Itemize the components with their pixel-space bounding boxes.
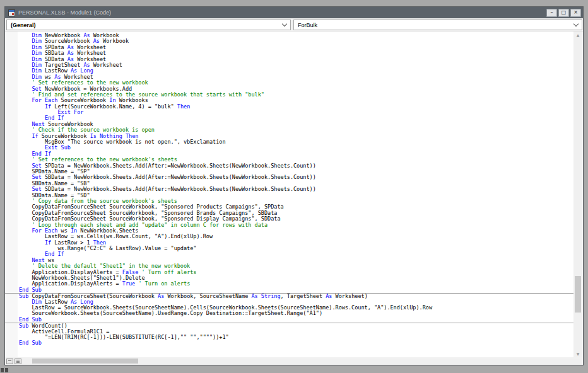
code-editor[interactable]: Dim NewWorkbook As Workbook Dim SourceWo… — [5, 32, 574, 358]
code-line: Application.DisplayAlerts = True ' Turn … — [5, 281, 574, 287]
chevron-down-icon — [573, 21, 579, 26]
chevron-down-icon — [282, 21, 287, 26]
view-buttons — [5, 359, 21, 364]
object-dropdown-value: (General) — [11, 22, 36, 28]
vertical-scrollbar[interactable]: ▲ ▼ — [573, 32, 582, 358]
window-title: PERSONAL.XLSB - Module1 (Code) — [18, 9, 546, 16]
procedure-dropdown[interactable]: ForBulk — [293, 20, 582, 30]
horizontal-scrollbar[interactable] — [23, 359, 581, 364]
scroll-up-icon[interactable]: ▲ — [573, 32, 582, 39]
code-line: ws.Range("C2:C" & LastRow).Value = "upda… — [5, 246, 574, 251]
code-line: End Sub — [5, 287, 574, 293]
bottom-bar — [5, 357, 583, 365]
mdi-background: { "window": { "title": "PERSONAL.XLSB - … — [0, 0, 588, 373]
code-lines: Dim NewWorkbook As Workbook Dim SourceWo… — [5, 33, 574, 347]
code-line: Set SPData = NewWorkbook.Sheets.Add(Afte… — [5, 163, 574, 169]
code-line: Exit For — [5, 110, 574, 115]
horizontal-scrollbar-thumb[interactable] — [32, 359, 138, 364]
titlebar[interactable]: PERSONAL.XLSB - Module1 (Code) – □ × — [5, 7, 583, 18]
code-line: "=LEN(TRIM(RC[-1]))-LEN(SUBSTITUTE(RC[-1… — [5, 335, 574, 340]
code-line: End If — [5, 251, 574, 257]
code-line: Exit Sub — [5, 145, 574, 151]
minimize-button[interactable]: – — [546, 9, 557, 17]
code-window: PERSONAL.XLSB - Module1 (Code) – □ × (Ge… — [4, 6, 584, 365]
object-dropdown[interactable]: (General) — [6, 20, 291, 30]
bottom-left-marks — [1, 368, 9, 372]
procedure-view-button[interactable] — [6, 359, 13, 364]
procedure-dropdown-value: ForBulk — [298, 22, 317, 28]
code-line: End Sub — [5, 340, 574, 346]
vertical-scrollbar-thumb[interactable] — [575, 276, 581, 313]
code-line: SourceWorkbook.Sheets(SourceSheetName).U… — [5, 311, 574, 316]
dropdown-bar: (General) ForBulk — [5, 18, 583, 32]
code-line: End Sub — [5, 317, 574, 323]
close-button[interactable]: × — [570, 9, 581, 17]
window-controls: – □ × — [546, 9, 581, 17]
code-line: MsgBox "The source workbook is not open.… — [5, 139, 574, 145]
maximize-button[interactable]: □ — [558, 9, 569, 17]
vba-window-icon — [8, 9, 15, 16]
code-line: Set SDData = NewWorkbook.Sheets.Add(Afte… — [5, 186, 574, 192]
code-line: If Left(SourceWorkbook.Name, 4) = "bulk"… — [5, 104, 574, 110]
code-line: Set SBData = NewWorkbook.Sheets.Add(Afte… — [5, 175, 574, 180]
full-module-view-button[interactable] — [15, 359, 21, 364]
